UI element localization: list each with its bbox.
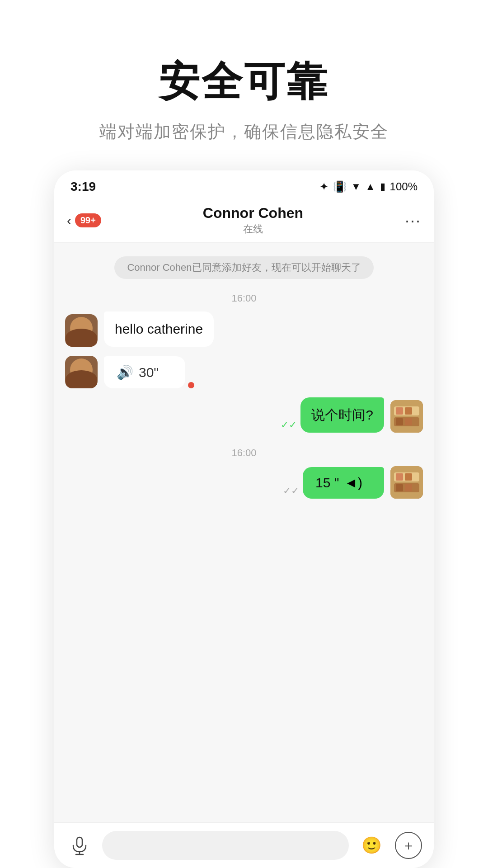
more-options-button[interactable]: ··· [405, 211, 421, 230]
svg-rect-12 [396, 484, 403, 491]
text-bubble-received-1: hello catherine [104, 311, 214, 347]
avatar-sent-2 [390, 466, 423, 499]
contact-info: Connor Cohen 在线 [203, 205, 303, 236]
page-subtitle: 端对端加密保护，确保信息隐私安全 [27, 120, 461, 143]
voice-duration-sent: 15 " [315, 475, 339, 491]
status-time: 3:19 [70, 179, 96, 194]
plus-icon: ＋ [395, 832, 422, 859]
message-input[interactable] [102, 831, 349, 860]
chat-body: Connor Cohen已同意添加好友，现在可以开始聊天了 16:00 hell… [54, 243, 434, 822]
timestamp-2: 16:00 [65, 447, 423, 459]
read-tick-4: ✓✓ [283, 485, 299, 497]
bluetooth-icon: ✦ [319, 180, 328, 193]
voice-bubble-sent-1[interactable]: 15 " ◄) [303, 467, 384, 499]
earpiece-icon: ◄) [344, 475, 362, 491]
message-row-3: ✓✓ 说个时间? [65, 397, 423, 433]
message-row-1: hello catherine [65, 311, 423, 347]
voice-wave-icon: 🔊 [117, 364, 133, 380]
message-text-3: 说个时间? [311, 407, 373, 422]
message-text-1: hello catherine [115, 321, 203, 336]
svg-rect-6 [405, 418, 412, 425]
mic-button[interactable] [65, 831, 94, 860]
page-title: 安全可靠 [27, 54, 461, 109]
voice-bubble-received-1[interactable]: 🔊 30" [104, 356, 185, 388]
emoji-icon: 🙂 [358, 832, 385, 859]
svg-rect-3 [396, 407, 403, 415]
chat-input-bar: 🙂 ＋ [54, 822, 434, 868]
svg-rect-13 [405, 484, 412, 491]
page-header: 安全可靠 端对端加密保护，确保信息隐私安全 [0, 0, 488, 170]
contact-name: Connor Cohen [203, 205, 303, 222]
svg-rect-11 [405, 473, 412, 481]
message-row-4: ✓✓ 15 " ◄) [65, 466, 423, 499]
food-image-icon-2 [390, 466, 423, 499]
back-button[interactable]: ‹ 99+ [67, 213, 101, 228]
wifi-icon: ▼ [351, 181, 361, 193]
status-icons: ✦ 📳 ▼ ▲ ▮ 100% [319, 180, 418, 193]
avatar-received-2 [65, 356, 98, 388]
svg-rect-10 [396, 473, 403, 481]
emoji-button[interactable]: 🙂 [357, 831, 386, 860]
status-bar: 3:19 ✦ 📳 ▼ ▲ ▮ 100% [54, 170, 434, 198]
battery-icon: ▮ [380, 181, 385, 193]
food-image-icon [390, 400, 423, 433]
svg-rect-14 [77, 837, 82, 847]
mic-icon [70, 835, 89, 855]
svg-rect-0 [390, 400, 423, 433]
phone-mockup: 3:19 ✦ 📳 ▼ ▲ ▮ 100% ‹ 99+ Connor Cohen 在… [54, 170, 434, 868]
vibrate-icon: 📳 [333, 180, 347, 193]
avatar-sent-1 [390, 400, 423, 433]
svg-rect-7 [390, 466, 423, 499]
signal-icon: ▲ [366, 181, 375, 193]
plus-button[interactable]: ＋ [394, 831, 423, 860]
chat-header: ‹ 99+ Connor Cohen 在线 ··· [54, 198, 434, 243]
read-tick-3: ✓✓ [281, 419, 297, 431]
back-arrow-icon: ‹ [67, 213, 71, 228]
timestamp-1: 16:00 [65, 292, 423, 304]
svg-rect-5 [396, 418, 403, 425]
voice-duration-1: 30" [139, 365, 159, 380]
message-row-2: 🔊 30" [65, 356, 423, 388]
battery-percent: 100% [390, 180, 418, 193]
avatar-received-1 [65, 314, 98, 347]
contact-status: 在线 [203, 222, 303, 236]
system-notice: Connor Cohen已同意添加好友，现在可以开始聊天了 [114, 256, 373, 279]
unread-dot [188, 382, 194, 388]
page-wrapper: 安全可靠 端对端加密保护，确保信息隐私安全 3:19 ✦ 📳 ▼ ▲ ▮ 100… [0, 0, 488, 868]
text-bubble-sent-1: 说个时间? [300, 397, 384, 433]
notification-badge: 99+ [75, 213, 101, 227]
svg-rect-4 [405, 407, 412, 415]
